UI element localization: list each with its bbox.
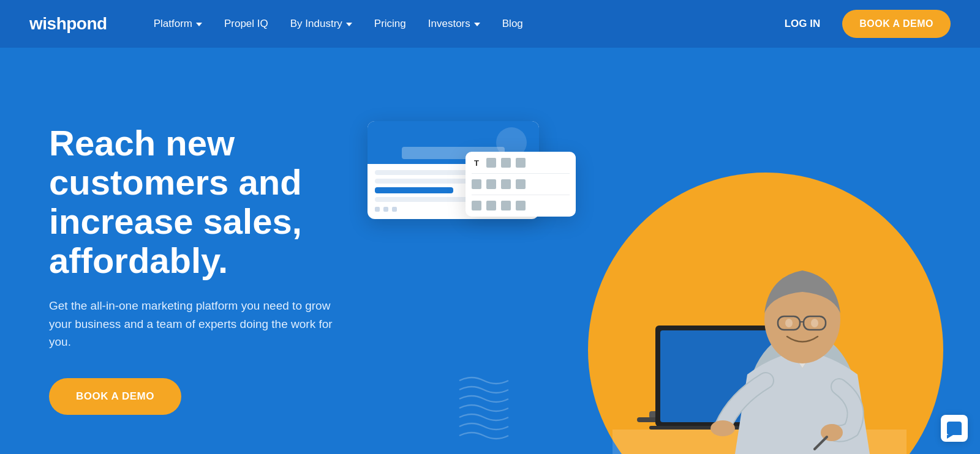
mockup-icon-5 bbox=[486, 179, 496, 189]
mockup-divider-2 bbox=[472, 195, 570, 195]
mockup-row-1: T bbox=[472, 158, 570, 168]
nav-label-by-industry: By Industry bbox=[290, 18, 342, 30]
mockup-icon-4 bbox=[472, 179, 481, 189]
mockup-icon-11 bbox=[516, 201, 526, 210]
hero-left: Reach new customers and increase sales, … bbox=[49, 124, 404, 452]
book-demo-button-hero[interactable]: BOOK A DEMO bbox=[49, 378, 181, 415]
mockup-icon-10 bbox=[501, 201, 511, 210]
mockup-icon-1 bbox=[486, 158, 496, 168]
mockup-line-accent bbox=[375, 187, 453, 193]
mockup-icon-2 bbox=[501, 158, 511, 168]
svg-point-15 bbox=[710, 420, 735, 436]
mockup-icon-3 bbox=[516, 158, 526, 168]
nav-item-investors[interactable]: Investors bbox=[418, 13, 490, 35]
person-svg bbox=[612, 148, 907, 454]
ui-mockup-card-2: T bbox=[466, 152, 576, 217]
mockup-row-3 bbox=[472, 201, 570, 210]
mockup-divider-1 bbox=[472, 173, 570, 174]
mockup-row-2 bbox=[472, 179, 570, 189]
mockup-dot-2 bbox=[383, 207, 388, 212]
hero-right: T bbox=[404, 84, 931, 454]
chat-icon bbox=[947, 422, 962, 435]
mockup-line-2 bbox=[375, 179, 469, 184]
hero-subtext: Get the all-in-one marketing platform yo… bbox=[49, 297, 355, 351]
mockup-icon-6 bbox=[501, 179, 511, 189]
login-button[interactable]: LOG IN bbox=[775, 13, 831, 35]
mockup-icon-9 bbox=[486, 201, 496, 210]
wave-lines-decoration bbox=[453, 368, 514, 442]
nav-label-blog: Blog bbox=[502, 18, 523, 30]
hero-headline: Reach new customers and increase sales, … bbox=[49, 124, 380, 280]
book-demo-button-nav[interactable]: BOOK A DEMO bbox=[842, 10, 951, 38]
chat-widget[interactable] bbox=[941, 415, 968, 442]
mockup-icon-8 bbox=[472, 201, 481, 210]
nav-item-platform[interactable]: Platform bbox=[144, 13, 212, 35]
nav-item-propel-iq[interactable]: Propel IQ bbox=[214, 13, 278, 35]
logo[interactable]: wishpond bbox=[29, 14, 107, 34]
nav-label-platform: Platform bbox=[154, 18, 192, 30]
nav-label-propel-iq: Propel IQ bbox=[224, 18, 268, 30]
text-tool-icon: T bbox=[472, 158, 481, 168]
navbar: wishpond Platform Propel IQ By Industry … bbox=[0, 0, 980, 48]
chevron-down-icon-3 bbox=[474, 23, 480, 26]
mockup-dot-1 bbox=[375, 207, 380, 212]
nav-label-investors: Investors bbox=[428, 18, 470, 30]
mockup-icon-7 bbox=[516, 179, 526, 189]
nav-right: LOG IN BOOK A DEMO bbox=[775, 10, 951, 38]
nav-item-pricing[interactable]: Pricing bbox=[364, 13, 416, 35]
svg-point-12 bbox=[811, 319, 818, 327]
nav-item-by-industry[interactable]: By Industry bbox=[281, 13, 362, 35]
hero-section: Reach new customers and increase sales, … bbox=[0, 48, 980, 454]
hero-person-illustration bbox=[612, 148, 907, 454]
nav-label-pricing: Pricing bbox=[374, 18, 406, 30]
chevron-down-icon bbox=[196, 23, 202, 26]
mockup-toolbar: T bbox=[472, 158, 570, 210]
chevron-down-icon-2 bbox=[346, 23, 352, 26]
svg-point-11 bbox=[785, 319, 793, 327]
nav-links: Platform Propel IQ By Industry Pricing I… bbox=[144, 13, 775, 35]
nav-item-blog[interactable]: Blog bbox=[492, 13, 533, 35]
mockup-dot-3 bbox=[392, 207, 397, 212]
